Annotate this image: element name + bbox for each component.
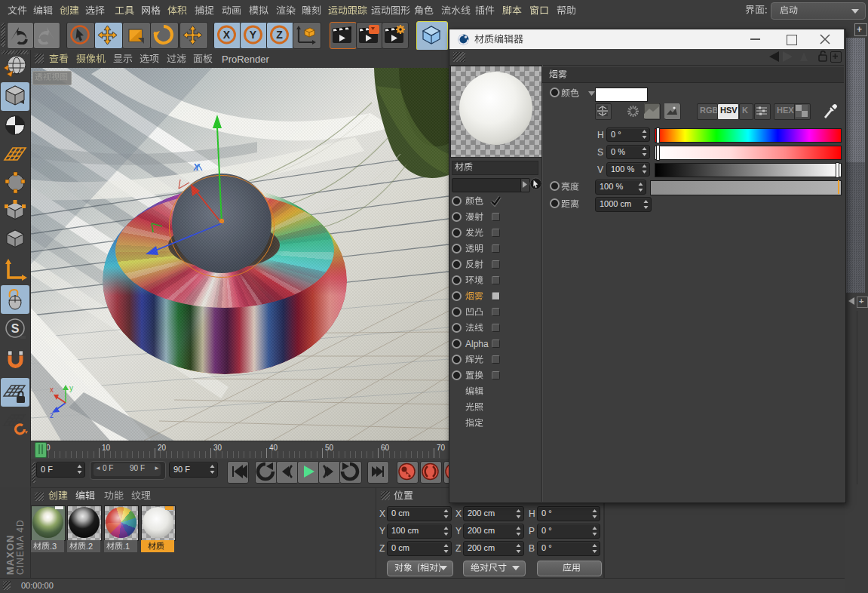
svg-text:Z: Z xyxy=(276,29,283,41)
svg-text:X: X xyxy=(223,29,231,41)
svg-text:Y: Y xyxy=(250,29,257,41)
svg-text:S: S xyxy=(11,322,20,335)
